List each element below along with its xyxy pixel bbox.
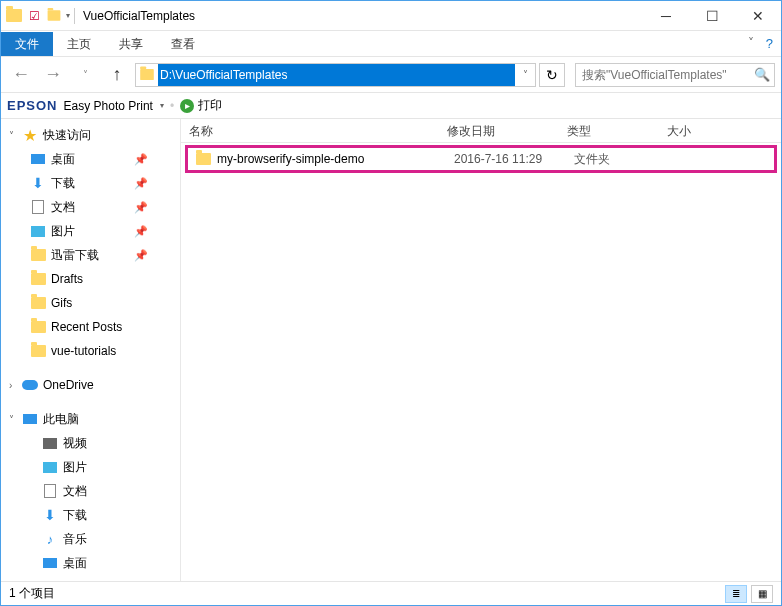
col-date[interactable]: 修改日期 — [439, 119, 559, 142]
help-icon[interactable]: ? — [766, 36, 773, 51]
refresh-button[interactable]: ↻ — [539, 63, 565, 87]
app-folder-icon[interactable] — [5, 7, 23, 25]
nav-recent-dropdown[interactable]: ˅ — [71, 61, 99, 89]
title-bar: ☑ ▾ VueOfficialTemplates ─ ☐ ✕ — [1, 1, 781, 31]
status-count: 1 个项目 — [9, 585, 55, 602]
sidebar-item[interactable]: ›♪音乐 — [1, 527, 180, 551]
pin-icon: 📌 — [134, 201, 148, 214]
music-icon: ♪ — [41, 530, 59, 548]
file-type: 文件夹 — [566, 151, 666, 168]
qat-dropdown-icon[interactable]: ▾ — [66, 11, 70, 20]
view-large-icon[interactable]: ▦ — [751, 585, 773, 603]
status-bar: 1 个项目 ≣ ▦ — [1, 581, 781, 605]
search-input[interactable] — [576, 68, 750, 82]
desktop-icon — [41, 554, 59, 572]
sidebar-item[interactable]: 迅雷下载📌 — [1, 243, 180, 267]
pic-icon — [29, 222, 47, 240]
epson-easy-label[interactable]: Easy Photo Print — [64, 99, 153, 113]
ribbon-tab-share[interactable]: 共享 — [105, 32, 157, 56]
search-icon[interactable]: 🔍 — [750, 67, 774, 82]
minimize-button[interactable]: ─ — [643, 1, 689, 31]
doc-icon — [29, 198, 47, 216]
sidebar-item[interactable]: ⬇下载📌 — [1, 171, 180, 195]
folder-icon — [196, 153, 211, 165]
window-title: VueOfficialTemplates — [83, 9, 195, 23]
sidebar-item[interactable]: 文档📌 — [1, 195, 180, 219]
pin-icon: 📌 — [134, 177, 148, 190]
address-bar[interactable]: ˅ — [135, 63, 536, 87]
onedrive-icon — [21, 376, 39, 394]
epson-toolbar: EPSON Easy Photo Print ▾ • ▸ 打印 — [1, 93, 781, 119]
pc-icon — [21, 410, 39, 428]
folder-icon — [29, 318, 47, 336]
sidebar-item[interactable]: Drafts — [1, 267, 180, 291]
col-name[interactable]: 名称 — [181, 119, 439, 142]
folder-icon — [29, 294, 47, 312]
pic-icon — [41, 458, 59, 476]
search-box[interactable]: 🔍 — [575, 63, 775, 87]
pin-icon: 📌 — [134, 225, 148, 238]
nav-back-button[interactable]: ← — [7, 61, 35, 89]
sidebar-item[interactable]: 桌面📌 — [1, 147, 180, 171]
epson-dropdown-icon[interactable]: ▾ — [160, 101, 164, 110]
pin-icon: 📌 — [134, 249, 148, 262]
sidebar-item[interactable]: ›⬇下载 — [1, 503, 180, 527]
ribbon-tab-home[interactable]: 主页 — [53, 32, 105, 56]
sidebar[interactable]: ˅★快速访问桌面📌⬇下载📌文档📌图片📌迅雷下载📌DraftsGifsRecent… — [1, 119, 181, 582]
desktop-icon — [29, 150, 47, 168]
close-button[interactable]: ✕ — [735, 1, 781, 31]
sidebar-item[interactable]: vue-tutorials — [1, 339, 180, 363]
view-details-icon[interactable]: ≣ — [725, 585, 747, 603]
sidebar-this-pc[interactable]: ˅此电脑 — [1, 407, 180, 431]
nav-bar: ← → ˅ ↑ ˅ ↻ 🔍 — [1, 57, 781, 93]
col-type[interactable]: 类型 — [559, 119, 659, 142]
folder-icon — [29, 342, 47, 360]
sidebar-item[interactable]: ›视频 — [1, 431, 180, 455]
nav-forward-button[interactable]: → — [39, 61, 67, 89]
folder-icon — [29, 246, 47, 264]
pin-icon: 📌 — [134, 153, 148, 166]
sidebar-quick-access[interactable]: ˅★快速访问 — [1, 123, 180, 147]
sidebar-onedrive[interactable]: ›OneDrive — [1, 373, 180, 397]
ribbon: 文件 主页 共享 查看 ˅ ? — [1, 31, 781, 57]
nav-up-button[interactable]: ↑ — [103, 61, 131, 89]
epson-print-button[interactable]: ▸ 打印 — [180, 97, 222, 114]
folder-icon — [29, 270, 47, 288]
video-icon — [41, 434, 59, 452]
sidebar-item[interactable]: ›图片 — [1, 455, 180, 479]
file-name: my-browserify-simple-demo — [217, 152, 364, 166]
address-folder-icon — [136, 64, 158, 86]
maximize-button[interactable]: ☐ — [689, 1, 735, 31]
sidebar-item[interactable]: ›桌面 — [1, 551, 180, 575]
download-icon: ⬇ — [29, 174, 47, 192]
column-headers: 名称 修改日期 类型 大小 — [181, 119, 781, 143]
doc-icon — [41, 482, 59, 500]
print-icon: ▸ — [180, 99, 194, 113]
file-row[interactable]: my-browserify-simple-demo2016-7-16 11:29… — [185, 145, 777, 173]
file-list[interactable]: 名称 修改日期 类型 大小 my-browserify-simple-demo2… — [181, 119, 781, 582]
address-dropdown-icon[interactable]: ˅ — [515, 69, 535, 80]
sidebar-item[interactable]: Gifs — [1, 291, 180, 315]
ribbon-expand-icon[interactable]: ˅ — [748, 36, 754, 51]
epson-logo: EPSON — [7, 98, 58, 113]
main-area: ˅★快速访问桌面📌⬇下载📌文档📌图片📌迅雷下载📌DraftsGifsRecent… — [1, 119, 781, 582]
col-size[interactable]: 大小 — [659, 119, 739, 142]
download-icon: ⬇ — [41, 506, 59, 524]
qat-properties-icon[interactable]: ☑ — [25, 7, 43, 25]
sidebar-item[interactable]: 图片📌 — [1, 219, 180, 243]
ribbon-tab-file[interactable]: 文件 — [1, 32, 53, 56]
star-icon: ★ — [21, 126, 39, 144]
file-date: 2016-7-16 11:29 — [446, 152, 566, 166]
qat-newfolder-icon[interactable] — [45, 7, 63, 25]
sidebar-item[interactable]: Recent Posts — [1, 315, 180, 339]
sidebar-item[interactable]: ›文档 — [1, 479, 180, 503]
address-input[interactable] — [158, 64, 515, 86]
ribbon-tab-view[interactable]: 查看 — [157, 32, 209, 56]
